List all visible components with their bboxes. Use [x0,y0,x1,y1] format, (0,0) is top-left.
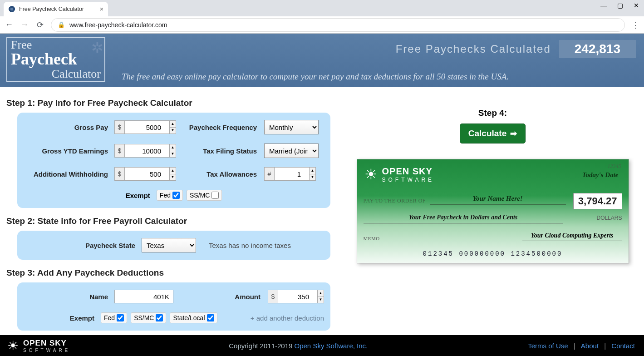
gross-ytd-spinner[interactable]: ▲▼ [170,144,176,158]
counter-value: 242,813 [559,40,636,58]
step2-panel: Paycheck State Texas Texas has no income… [17,231,330,260]
step1-panel: Gross Pay $ ▲▼ Paycheck Frequency Monthl… [17,113,330,208]
arrow-right-icon: ➡ [510,129,517,138]
kebab-menu-icon[interactable]: ⋮ [631,20,639,30]
frequency-select[interactable]: Monthly [264,120,319,134]
filing-status-label: Tax Filing Status [187,147,264,155]
tab-close-icon[interactable]: × [100,5,103,13]
check-payto-label: PAY TO THE ORDER OF [364,198,426,204]
window-minimize-icon[interactable]: — [599,2,609,9]
gross-pay-input[interactable] [124,120,170,134]
paycheck-state-label: Paycheck State [24,242,142,249]
company-link[interactable]: Open Sky Software, Inc. [295,342,368,350]
lock-icon: 🔒 [58,21,65,28]
exempt-fed-checkbox[interactable]: Fed [157,190,183,201]
exempt-ssmc-checkbox[interactable]: SS/MC [187,190,222,201]
deduction-exempt-label: Exempt [24,314,101,322]
terms-link[interactable]: Terms of Use [528,342,568,350]
hash-prefix: # [264,167,274,181]
paycheck-preview: ☀ OPEN SKY SOFTWARE 12345 Today's Date P… [357,159,629,263]
addl-wh-spinner[interactable]: ▲▼ [170,167,176,181]
add-deduction-link[interactable]: + add another deduction [251,314,324,322]
deduction-amount-input[interactable] [278,290,318,303]
site-logo[interactable]: ✲ Free Paycheck Calculator [6,37,105,82]
tab-title: Free Paycheck Calculator [19,6,96,12]
filing-status-select[interactable]: Married (Joint) [264,143,319,158]
allowances-spinner[interactable]: ▲▼ [310,167,316,181]
tagline: The free and easy online pay calculator … [122,72,509,82]
gross-pay-label: Gross Pay [24,124,114,131]
deduction-amount-label: Amount [213,293,268,301]
deduction-name-label: Name [24,293,114,301]
check-number: 12345 [608,163,621,170]
sun-icon: ☀ [364,166,378,183]
check-payto-name: Your Name Here! [430,195,566,205]
gear-dollar-icon: ✲ [91,39,103,56]
reload-icon[interactable]: ⟳ [35,20,44,30]
footer-links: Terms of Use | About | Contact [526,342,637,350]
url-text: www.free-paycheck-calculator.com [69,21,167,29]
gross-ytd-input[interactable] [124,144,170,158]
check-date: Today's Date [580,171,621,180]
currency-prefix: $ [114,120,124,134]
addl-withholding-label: Additional Withholding [24,170,114,178]
check-signature: Your Cloud Computing Experts [522,232,622,241]
footer-copyright: Copyright 2011-2019 Open Sky Software, I… [70,342,526,350]
check-company-name: OPEN SKY [382,166,435,177]
step1-title: Step 1: Pay info for Free Paycheck Calcu… [6,98,331,108]
check-amount-words: Your Free Paycheck in Dollars and Cents [364,214,563,223]
deduction-name-input[interactable] [114,290,173,303]
footer-logo[interactable]: ☀ OPEN SKY SOFTWARE [7,338,70,353]
step3-title: Step 3: Add Any Paycheck Deductions [6,268,331,278]
forward-icon[interactable]: → [20,20,29,30]
allowances-input[interactable] [274,167,310,181]
counter-label: Free Paychecks Calculated [396,43,551,55]
about-link[interactable]: About [581,342,599,350]
exempt-label: Exempt [126,192,150,199]
logo-line-3: Calculator [11,67,101,81]
check-micr: 012345 000000000 1234500000 [357,250,629,257]
currency-prefix: $ [268,290,278,303]
logo-line-2: Paycheck [11,51,101,67]
deduction-fed-checkbox[interactable]: Fed [101,312,127,323]
paycheck-state-select[interactable]: Texas [142,238,196,252]
check-amount: 3,794.27 [573,193,622,209]
footer: ☀ OPEN SKY SOFTWARE Copyright 2011-2019 … [0,335,644,356]
url-input[interactable]: 🔒 www.free-paycheck-calculator.com [51,18,625,32]
gross-pay-spinner[interactable]: ▲▼ [170,120,176,134]
gross-ytd-label: Gross YTD Earnings [24,147,114,155]
currency-prefix: $ [114,167,124,181]
hero-banner: ✲ Free Paycheck Calculator The free and … [0,34,644,87]
check-company-sub: SOFTWARE [382,177,435,183]
sun-icon: ☀ [7,338,19,353]
addl-withholding-input[interactable] [124,167,170,181]
contact-link[interactable]: Contact [611,342,635,350]
allowances-label: Tax Allowances [187,170,264,178]
step4-title: Step 4: [345,108,640,118]
deduction-amount-spinner[interactable]: ▲▼ [318,290,324,303]
ssmc-checkbox-input[interactable] [211,192,219,199]
counter-widget: Free Paychecks Calculated 242,813 [396,40,636,58]
currency-prefix: $ [114,144,124,158]
step2-title: Step 2: State info for Free Payroll Calc… [6,216,331,226]
calculate-button-label: Calculate [468,129,506,138]
check-memo: MEMO [364,236,442,241]
fed-checkbox-input[interactable] [172,192,180,199]
address-bar: ← → ⟳ 🔒 www.free-paycheck-calculator.com… [0,16,644,34]
deduction-state-checkbox[interactable]: State/Local [170,312,217,323]
window-close-icon[interactable]: ✕ [631,2,641,9]
frequency-label: Paycheck Frequency [187,124,264,131]
back-icon[interactable]: ← [5,20,14,30]
calculate-button[interactable]: Calculate ➡ [460,124,526,143]
browser-tab[interactable]: Free Paycheck Calculator × [4,2,108,16]
check-dollars-label: DOLLARS [596,215,622,221]
favicon-icon [8,5,15,13]
deduction-ssmc-checkbox[interactable]: SS/MC [131,312,166,323]
window-controls: — ▢ ✕ [599,2,641,9]
tab-bar: Free Paycheck Calculator × — ▢ ✕ [0,0,644,16]
state-hint: Texas has no income taxes [209,242,291,249]
step3-panel: Name Amount $ ▲▼ Exempt Fed SS/MC State/… [17,282,330,331]
window-maximize-icon[interactable]: ▢ [615,2,625,9]
